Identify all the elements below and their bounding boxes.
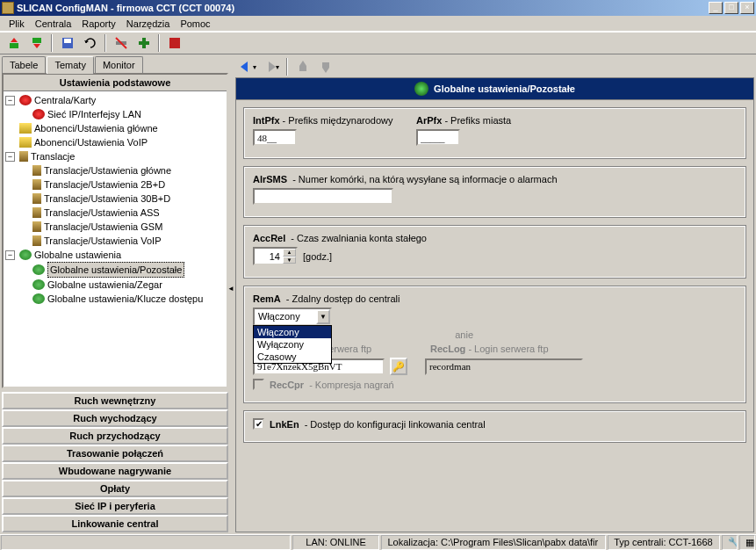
tree-tr-ass[interactable]: Translacje/Ustawienia ASS (44, 206, 160, 220)
alrsms-label: AlrSMS (253, 174, 287, 185)
tree-siec-ip[interactable]: Sieć IP/Interfejsy LAN (47, 107, 141, 121)
sidebtn-trasowanie[interactable]: Trasowanie połączeń (2, 445, 228, 462)
nav-back-icon[interactable]: ▾ (239, 58, 258, 76)
rema-opt-wylaczony[interactable]: Wyłączony (254, 338, 331, 351)
expand-icon[interactable]: − (5, 250, 15, 260)
user-icon (19, 123, 32, 134)
reclog-input (425, 358, 583, 375)
right-toolbar: ▾ ▾ (235, 56, 754, 77)
svg-rect-0 (10, 43, 18, 48)
minimize-button[interactable]: _ (709, 2, 723, 14)
spin-up-icon[interactable]: ▲ (283, 249, 296, 257)
tree-abon-glowne[interactable]: Abonenci/Ustawienia główne (34, 121, 158, 135)
expand-icon[interactable]: − (5, 152, 15, 162)
tree-abon-voip[interactable]: Abonenci/Ustawienia VoIP (34, 135, 148, 149)
tree-tr-30bd[interactable]: Translacje/Ustawienia 30B+D (44, 192, 170, 206)
spin-down-icon[interactable]: ▼ (283, 257, 296, 264)
intpfx-input[interactable] (253, 129, 297, 146)
alrsms-input[interactable] (253, 188, 393, 205)
arpfx-input[interactable] (416, 129, 460, 146)
tab-tematy[interactable]: Tematy (47, 56, 93, 74)
close-button[interactable]: × (740, 2, 754, 14)
tree-glob-klucze[interactable]: Globalne ustawienia/Klucze dostępu (47, 292, 203, 306)
accrel-input[interactable] (255, 249, 283, 264)
group-rema: RemA - Zdalny dostęp do centrali Włączon… (243, 286, 746, 403)
sidebtn-ruch-wychodzacy[interactable]: Ruch wychodzący (2, 409, 228, 427)
splitter[interactable] (230, 54, 234, 534)
tb-save-icon[interactable] (57, 33, 77, 53)
tree-glob-zegar[interactable]: Globalne ustawienia/Zegar (47, 278, 162, 292)
status-tool-icon[interactable]: 🔧 (722, 535, 738, 550)
centrala-icon (19, 95, 32, 105)
tree: −Centrala/Karty Sieć IP/Interfejsy LAN A… (4, 91, 227, 308)
nav-up-icon[interactable] (293, 58, 313, 76)
sidebtn-siec-ip[interactable]: Sieć IP i peryferia (2, 497, 228, 515)
lan-icon (32, 109, 45, 119)
tab-monitor[interactable]: Monitor (95, 56, 143, 74)
tree-centrala-karty[interactable]: Centrala/Karty (34, 93, 96, 107)
sidebtn-ruch-przychodzacy[interactable]: Ruch przychodzący (2, 427, 228, 445)
user-icon (19, 137, 32, 148)
sidebtn-ruch-wewnetrzny[interactable]: Ruch wewnętrzny (2, 392, 228, 409)
status-flag-icon[interactable]: ▦ (739, 535, 755, 550)
rema-combo[interactable]: Włączony ▼ (253, 308, 332, 326)
intpfx-label: IntPfx (253, 115, 280, 126)
group-alrsms: AlrSMS - Numer komórki, na którą wysyłan… (243, 166, 746, 218)
maximize-button[interactable]: □ (724, 2, 738, 14)
menu-centrala[interactable]: Centrala (30, 17, 77, 31)
menu-narzedzia[interactable]: Narzędzia (121, 17, 176, 31)
dropdown-icon[interactable]: ▼ (316, 309, 330, 324)
translation-icon (32, 179, 41, 190)
menu-pomoc[interactable]: Pomoc (175, 17, 215, 31)
tb-connect-icon[interactable] (111, 33, 131, 53)
accrel-spinner[interactable]: ▲▼ (253, 247, 298, 265)
tree-tr-voip[interactable]: Translacje/Ustawienia VoIP (44, 234, 162, 248)
tree-translacje[interactable]: Translacje (31, 149, 75, 163)
svg-rect-3 (64, 39, 71, 43)
rema-dropdown: Włączony Wyłączony Czasowy (253, 325, 332, 364)
statusbar: LAN: ONLINE Lokalizacja: C:\Program File… (0, 534, 756, 550)
globe-icon (32, 293, 45, 304)
toolbar-separator (286, 58, 288, 76)
tree-tr-glowne[interactable]: Translacje/Ustawienia główne (44, 163, 171, 177)
tree-tr-2bd[interactable]: Translacje/Ustawienia 2B+D (44, 177, 165, 192)
tb-download-icon[interactable] (26, 33, 47, 53)
rema-opt-wlaczony[interactable]: Włączony (254, 326, 331, 338)
reccpr-desc: - Kompresja nagrań (309, 380, 394, 390)
tab-tabele[interactable]: Tabele (2, 56, 46, 74)
globe-icon (19, 250, 32, 260)
tree-globalne[interactable]: Globalne ustawienia (34, 248, 121, 262)
tb-undo-icon[interactable] (80, 33, 100, 53)
rema-desc: - Zdalny dostęp do centrali (286, 293, 400, 304)
nav-forward-icon[interactable]: ▾ (262, 58, 281, 76)
sidebtn-linkowanie[interactable]: Linkowanie central (2, 515, 228, 532)
sidebtn-nagrywanie[interactable]: Wbudowane nagrywanie (2, 462, 228, 480)
arpfx-desc: - Prefiks miasta (442, 115, 511, 126)
tree-header: Ustawienia podstawowe (4, 75, 227, 91)
menu-plik[interactable]: Plik (4, 17, 30, 31)
nav-down-icon[interactable] (316, 58, 335, 76)
reccpr-checkbox (253, 379, 264, 390)
intpfx-desc: - Prefiks międzynarodowy (280, 115, 393, 126)
group-lnken: ✔ LnkEn - Dostęp do konfiguracji linkowa… (243, 410, 746, 443)
tree-glob-pozostale[interactable]: Globalne ustawienia/Pozostałe (47, 262, 184, 278)
tree-tr-gsm[interactable]: Translacje/Ustawienia GSM (44, 220, 162, 234)
tb-upload-icon[interactable] (4, 33, 24, 53)
titlebar: SLICAN ConfigMAN - firmowa CCT (CCT 0007… (0, 0, 756, 16)
globe-icon (32, 279, 45, 290)
menu-raporty[interactable]: Raporty (76, 17, 121, 31)
svg-rect-11 (322, 62, 329, 68)
lnken-checkbox[interactable]: ✔ (253, 418, 264, 430)
rema-value: Włączony (255, 309, 316, 324)
tb-stop-icon[interactable] (164, 33, 184, 53)
tb-sync-icon[interactable] (133, 33, 154, 53)
reccpr-label: RecCpr (270, 380, 304, 390)
form-area: IntPfx - Prefiks międzynarodowy ArPfx - … (235, 100, 754, 532)
content-header: Globalne ustawienia/Pozostałe (235, 77, 754, 100)
key-icon[interactable]: 🔑 (390, 358, 407, 375)
sidebtn-oplaty[interactable]: Opłaty (2, 480, 228, 497)
expand-icon[interactable]: − (5, 96, 15, 105)
svg-rect-9 (169, 38, 180, 48)
rema-opt-czasowy[interactable]: Czasowy (254, 351, 331, 363)
globe-icon (414, 82, 428, 96)
